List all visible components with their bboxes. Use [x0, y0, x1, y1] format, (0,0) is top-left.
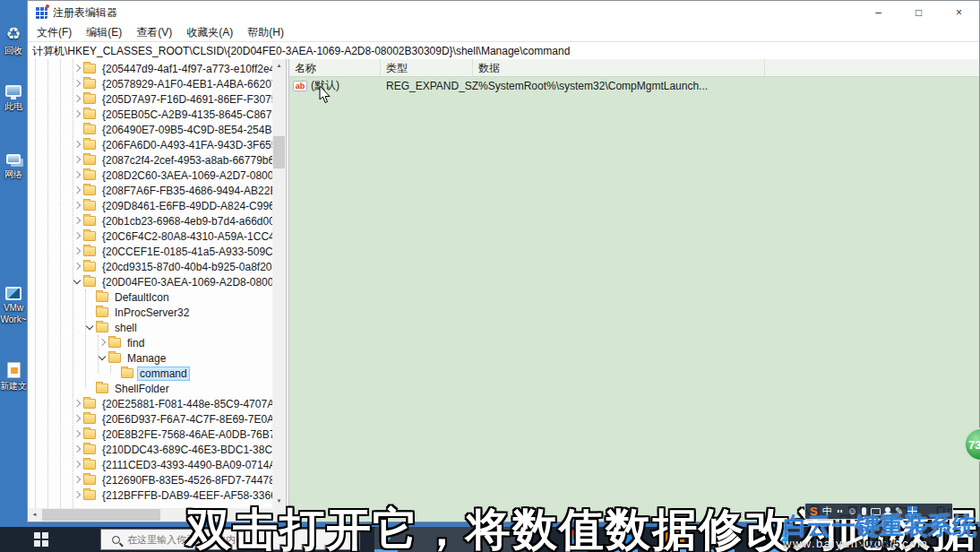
- chevron-collapsed-icon[interactable]: [73, 156, 82, 165]
- chevron-collapsed-icon[interactable]: [73, 461, 82, 470]
- tree-item-20578929-a1f0-4eb1-a4ba-66[interactable]: {20578929-A1F0-4EB1-A4BA-66207291: [28, 76, 272, 91]
- tree-item-209d8461-e6fb-49dd-a824-c9[interactable]: {209D8461-E6FB-49DD-A824-C9962A9: [28, 198, 272, 213]
- tree-item-208d2c60-3aea-1069-a2d7-08[interactable]: {208D2C60-3AEA-1069-A2D7-08002B3: [28, 168, 272, 183]
- desktop-icon-recycle-bin[interactable]: ♻回收: [0, 25, 27, 57]
- tree-item-205447d9-4af1-4f97-a773-e1[interactable]: {205447d9-4af1-4f97-a773-e10ff2e44e: [28, 61, 272, 76]
- chevron-expanded-icon[interactable]: [73, 278, 82, 287]
- tree-item-212690fb-83e5-4526-8fd7-74[interactable]: {212690FB-83E5-4526-8FD7-74478B79: [28, 472, 272, 487]
- minimize-icon: –: [875, 6, 881, 19]
- tree-item-shell[interactable]: shell: [28, 320, 272, 335]
- tree-item-206490e7-09b5-4c9d-8e54-25[interactable]: {206490E7-09B5-4C9D-8E54-254B87A5: [28, 122, 272, 137]
- chevron-collapsed-icon[interactable]: [73, 476, 82, 485]
- menu-item-4[interactable]: 帮助(H): [247, 25, 284, 40]
- tree-item-label: {205447d9-4af1-4f97-a773-e10ff2e44e: [100, 63, 286, 75]
- tree-item-20e6d937-f6a7-4c7f-8e69-7e[interactable]: {20E6D937-F6A7-4C7F-8E69-7E0AF817: [28, 411, 272, 427]
- tree-item-20e25881-f081-448e-85c9-47[interactable]: {20E25881-F081-448e-85C9-4707A940: [28, 396, 272, 411]
- tree-item-210ddc43-689c-46e3-bdc1-38[interactable]: {210DDC43-689C-46E3-BDC1-38C16CE: [28, 442, 272, 457]
- tree-item-20d04fe0-3aea-1069-a2d8-08[interactable]: {20D04FE0-3AEA-1069-A2D8-08002B30: [28, 274, 272, 289]
- chevron-collapsed-icon[interactable]: [73, 247, 82, 256]
- title-bar[interactable]: 注册表编辑器 –□×: [28, 1, 979, 24]
- column-header-type[interactable]: 类型: [381, 59, 473, 76]
- maximize-button[interactable]: □: [898, 1, 939, 24]
- chevron-collapsed-icon[interactable]: [73, 141, 82, 150]
- chevron-placeholder: [85, 384, 94, 393]
- folder-icon: [83, 64, 96, 73]
- chevron-collapsed-icon[interactable]: [73, 171, 82, 180]
- chevron-collapsed-icon[interactable]: [73, 217, 82, 226]
- chevron-collapsed-icon[interactable]: [73, 415, 82, 424]
- registry-tree: {205447d9-4af1-4f97-a773-e10ff2e44e{2057…: [28, 61, 272, 503]
- folder-icon: [83, 140, 96, 150]
- chevron-collapsed-icon[interactable]: [73, 202, 82, 211]
- chevron-collapsed-icon[interactable]: [73, 430, 82, 439]
- folder-icon: [83, 460, 96, 470]
- scroll-left-icon[interactable]: ◄: [28, 508, 41, 522]
- address-input[interactable]: [28, 44, 979, 60]
- horizontal-scroll-thumb[interactable]: [42, 509, 160, 521]
- tree-item-205eb05c-a2b9-4135-8645-c8[interactable]: {205EB05C-A2B9-4135-8645-C8673A7E: [28, 107, 272, 122]
- tree-item-find[interactable]: find: [28, 335, 272, 350]
- chevron-collapsed-icon[interactable]: [73, 80, 82, 89]
- tree-item-command[interactable]: command: [28, 366, 272, 381]
- tree-item-20e8b2fe-7568-46ae-a0db-76[interactable]: {20E8B2FE-7568-46AE-A0DB-76B7F469: [28, 427, 272, 442]
- tree-item-label: Manage: [125, 352, 168, 365]
- column-header-name[interactable]: 名称: [289, 59, 381, 76]
- tree-item-label: {20cd9315-87d0-40b4-b925-0a8f208e: [100, 261, 286, 273]
- tree-item-206fa6d0-a493-41fa-943d-3f[interactable]: {206FA6D0-A493-41FA-943D-3F655088: [28, 137, 272, 152]
- close-button[interactable]: ×: [939, 1, 979, 24]
- tree-item-20b1cb23-6968-4eb9-b7d4-a6[interactable]: {20b1cb23-6968-4eb9-b7d4-a66d00d0: [28, 213, 272, 229]
- tree-item-2087c2f4-2cef-4953-a8ab-66[interactable]: {2087c2f4-2cef-4953-a8ab-66779b670: [28, 152, 272, 168]
- tree-item-label: {205D7A97-F16D-4691-86EF-F3075DCC: [100, 93, 286, 106]
- folder-icon: [83, 185, 96, 195]
- column-header-data[interactable]: 数据: [473, 59, 765, 76]
- desktop-icon-new-doc[interactable]: 新建文: [0, 361, 27, 392]
- chevron-collapsed-icon[interactable]: [73, 95, 82, 104]
- tree-item-defaulticon[interactable]: DefaultIcon: [28, 289, 272, 305]
- main-area: {205447d9-4af1-4f97-a773-e10ff2e44e{2057…: [28, 59, 979, 522]
- menu-item-2[interactable]: 查看(V): [136, 25, 172, 40]
- chevron-collapsed-icon[interactable]: [73, 232, 82, 241]
- vmware-icon: [5, 287, 21, 300]
- desktop-icon-network[interactable]: 网络: [0, 151, 27, 181]
- watermark-url: www.baiyunxitong.com: [783, 537, 928, 550]
- menu-item-3[interactable]: 收藏夹(A): [186, 25, 233, 40]
- tree-item-20cd9315-87d0-40b4-b925-0a[interactable]: {20cd9315-87d0-40b4-b925-0a8f208e: [28, 259, 272, 274]
- tray-date[interactable]: 2020/8/5: [858, 538, 900, 550]
- chevron-collapsed-icon[interactable]: [73, 186, 82, 195]
- scroll-up-icon[interactable]: ▲: [272, 59, 286, 73]
- tree-item-label: {205EB05C-A2B9-4135-8645-C8673A7E: [100, 108, 286, 121]
- start-button-windows-icon[interactable]: [34, 532, 48, 547]
- chevron-collapsed-icon[interactable]: [73, 491, 82, 500]
- tree-item-20ccef1e-0185-41a5-a933-50[interactable]: {20CCEF1E-0185-41a5-A933-509C43B5: [28, 244, 272, 259]
- desktop-icon-this-pc[interactable]: 此电: [0, 82, 27, 113]
- tree-item-205d7a97-f16d-4691-86ef-f3[interactable]: {205D7A97-F16D-4691-86EF-F3075DCC: [28, 91, 272, 107]
- tree-item-208f7a6f-fb35-4686-9494-ab[interactable]: {208F7A6F-FB35-4686-9494-AB22B7B2: [28, 183, 272, 198]
- chevron-collapsed-icon[interactable]: [73, 110, 82, 119]
- folder-icon: [83, 201, 96, 211]
- menu-item-1[interactable]: 编辑(E): [86, 25, 122, 40]
- address-bar: [28, 41, 979, 59]
- menu-item-0[interactable]: 文件(F): [37, 25, 72, 40]
- tree-item-manage[interactable]: Manage: [28, 350, 272, 366]
- chevron-collapsed-icon[interactable]: [73, 65, 82, 73]
- tree-vertical-scrollbar[interactable]: ▲ ▼: [272, 59, 286, 508]
- folder-icon: [121, 368, 133, 378]
- desktop-icon-vmware[interactable]: VMwWork~: [0, 285, 27, 324]
- chevron-collapsed-icon[interactable]: [73, 400, 82, 409]
- value-data-cell: %SystemRoot%\system32\CompMgmtLaunch...: [473, 80, 979, 92]
- chevron-expanded-icon[interactable]: [98, 354, 107, 363]
- tree-item-inprocserver32[interactable]: InProcServer32: [28, 305, 272, 320]
- tree-item-shellfolder[interactable]: ShellFolder: [28, 381, 272, 396]
- registry-value-row[interactable]: ab (默认) REG_EXPAND_SZ %SystemRoot%\syste…: [289, 78, 979, 93]
- chevron-collapsed-icon[interactable]: [73, 263, 82, 272]
- tree-item-2111ced3-4393-4490-ba09-07[interactable]: {2111CED3-4393-4490-BA09-0714A7C9: [28, 457, 272, 472]
- chevron-collapsed-icon[interactable]: [98, 339, 107, 348]
- minimize-button[interactable]: –: [858, 1, 898, 24]
- vertical-scroll-thumb[interactable]: [273, 136, 285, 168]
- desktop-icon-label: 网络: [0, 168, 27, 181]
- tree-item-20c6f4c2-80a8-4310-a59a-1c[interactable]: {20C6F4C2-80A8-4310-A59A-1CC48733: [28, 229, 272, 244]
- chevron-expanded-icon[interactable]: [85, 323, 94, 332]
- chevron-collapsed-icon[interactable]: [73, 445, 82, 454]
- tree-item-label: {208D2C60-3AEA-1069-A2D7-08002B3: [100, 169, 286, 182]
- maximize-icon: □: [916, 6, 922, 19]
